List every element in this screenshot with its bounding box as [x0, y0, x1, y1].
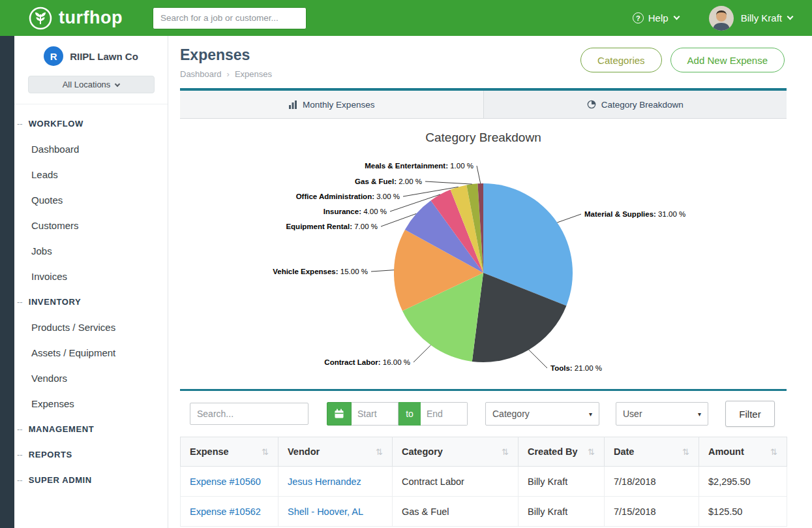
cell-vendor[interactable]: Shell - Hoover, AL: [278, 497, 393, 527]
pie-label-insurance: Insurance: 4.00 %: [323, 208, 387, 215]
date-end-input[interactable]: [421, 402, 468, 426]
location-label: All Locations: [63, 80, 111, 89]
table-row: Expense #10560Jesus HernandezContract La…: [181, 467, 787, 497]
pie-label-equipment-rental: Equipment Rental: 7.00 %: [286, 223, 378, 230]
sort-icon[interactable]: ⇅: [588, 447, 595, 457]
chevron-down-icon: ▾: [589, 411, 592, 418]
page-actions: CategoriesAdd New Expense: [572, 46, 785, 72]
breadcrumb-dashboard[interactable]: Dashboard: [180, 69, 222, 79]
pie-label-line: [414, 345, 431, 362]
brand-logo[interactable]: turfhop: [29, 7, 123, 30]
category-select[interactable]: Category ▾: [485, 402, 599, 426]
pie-label-material-supplies: Material & Supplies: 31.00 %: [584, 210, 685, 218]
category-select-value: Category: [492, 409, 530, 419]
calendar-icon: [333, 408, 345, 420]
date-range-group: to: [327, 402, 468, 426]
chart-tabs: Monthly ExpensesCategory Breakdown: [180, 88, 787, 119]
sidebar-section-management: --MANAGEMENT: [14, 416, 168, 442]
chevron-down-icon: [115, 81, 120, 86]
cell-expense[interactable]: Expense #10560: [181, 467, 278, 497]
user-select[interactable]: User ▾: [616, 402, 708, 426]
sidebar-item-customers[interactable]: Customers: [14, 213, 168, 238]
pie-label-line: [425, 181, 472, 184]
column-header-vendor[interactable]: Vendor⇅: [278, 437, 393, 467]
pie-label-line: [557, 214, 581, 223]
help-label: Help: [648, 12, 669, 23]
sidebar-item-dashboard[interactable]: Dashboard: [14, 136, 168, 162]
column-label: Amount: [708, 446, 744, 457]
sidebar-section-super-admin: --SUPER ADMIN: [14, 467, 168, 493]
chevron-down-icon: [787, 14, 794, 20]
date-start-input[interactable]: [352, 402, 398, 426]
sidebar-item-expenses[interactable]: Expenses: [14, 391, 168, 416]
pie-label-vehicle-expenses: Vehicle Expenses: 15.00 %: [273, 268, 368, 275]
sidebar-section-inventory: --INVENTORY: [14, 289, 168, 315]
sort-icon[interactable]: ⇅: [262, 447, 269, 457]
sidebar: R RIIPL Lawn Co All Locations --WORKFLOW…: [0, 36, 168, 528]
sidebar-section-reports: --REPORTS: [14, 442, 168, 467]
sidebar-item-products-services[interactable]: Products / Services: [14, 315, 168, 340]
pie-label-tools: Tools: 21.00 %: [550, 364, 602, 372]
tab-label: Monthly Expenses: [303, 100, 374, 110]
cell-category: Gas & Fuel: [393, 497, 519, 527]
turfhop-logo-icon: [29, 7, 52, 30]
cell-category: Contract Labor: [393, 467, 519, 497]
sidebar-rail: [0, 36, 14, 528]
pie-label-meals-entertainment: Meals & Entertainment: 1.00 %: [365, 162, 474, 170]
sidebar-section-label: WORKFLOW: [29, 119, 83, 129]
company-header: R RIIPL Lawn Co All Locations: [14, 36, 168, 104]
cell-vendor[interactable]: Jesus Hernandez: [278, 467, 393, 497]
cell-expense[interactable]: Expense #10562: [181, 497, 278, 527]
sidebar-section-label: REPORTS: [29, 450, 72, 459]
sidebar-item-leads[interactable]: Leads: [14, 162, 168, 187]
column-header-expense[interactable]: Expense⇅: [181, 437, 278, 467]
sort-icon[interactable]: ⇅: [682, 447, 689, 457]
column-label: Date: [614, 446, 634, 457]
column-header-amount[interactable]: Amount⇅: [699, 437, 787, 467]
pie-label-office-administration: Office Administration: 3.00 %: [296, 193, 400, 200]
chevron-down-icon: ▾: [698, 411, 701, 418]
categories-button[interactable]: Categories: [580, 48, 662, 72]
column-label: Expense: [190, 446, 229, 457]
column-header-category[interactable]: Category⇅: [393, 437, 519, 467]
sort-icon[interactable]: ⇅: [770, 447, 777, 457]
sort-icon[interactable]: ⇅: [376, 447, 383, 457]
breadcrumb: Dashboard›Expenses: [180, 69, 272, 79]
sidebar-item-quotes[interactable]: Quotes: [14, 187, 168, 213]
column-header-date[interactable]: Date⇅: [605, 437, 699, 467]
sidebar-section-label: SUPER ADMIN: [29, 475, 92, 485]
sidebar-nav: --WORKFLOWDashboardLeadsQuotesCustomersJ…: [14, 104, 168, 493]
pie-chart-icon: [587, 100, 596, 109]
sort-icon[interactable]: ⇅: [502, 447, 509, 457]
tab-monthly-expenses[interactable]: Monthly Expenses: [180, 91, 483, 118]
tab-label: Category Breakdown: [601, 100, 684, 110]
table-filter-bar: to Category ▾ User ▾ Filter: [180, 391, 787, 437]
column-label: Vendor: [288, 446, 320, 457]
location-selector[interactable]: All Locations: [28, 76, 155, 93]
sidebar-item-jobs[interactable]: Jobs: [14, 238, 168, 264]
help-menu[interactable]: ? Help: [633, 12, 679, 23]
filter-button[interactable]: Filter: [725, 401, 775, 427]
user-name: Billy Kraft: [741, 12, 782, 23]
cell-amount: $2,295.50: [699, 467, 787, 497]
top-header: turfhop ? Help Billy Kraft: [0, 0, 812, 36]
pie-label-line: [529, 350, 547, 368]
tree-dash-icon: --: [17, 424, 23, 434]
sidebar-item-assets-equipment[interactable]: Assets / Equipment: [14, 340, 168, 365]
cell-created_by: Billy Kraft: [519, 467, 605, 497]
cell-date: 7/15/2018: [605, 497, 699, 527]
calendar-button[interactable]: [327, 402, 352, 426]
table-search-input[interactable]: [190, 403, 308, 425]
pie-label-contract-labor: Contract Labor: 16.00 %: [324, 358, 410, 366]
sidebar-item-invoices[interactable]: Invoices: [14, 264, 168, 289]
tab-category-breakdown[interactable]: Category Breakdown: [483, 91, 787, 118]
pie-chart: Category Breakdown Material & Supplies: …: [180, 119, 787, 388]
breadcrumb-expenses: Expenses: [235, 69, 272, 79]
chevron-down-icon: [673, 14, 680, 20]
sidebar-item-vendors[interactable]: Vendors: [14, 365, 168, 391]
column-header-created-by[interactable]: Created By⇅: [519, 437, 605, 467]
pie-chart-svg: Material & Supplies: 31.00 %Tools: 21.00…: [180, 148, 787, 388]
add-new-expense-button[interactable]: Add New Expense: [670, 48, 785, 72]
global-search-input[interactable]: [153, 7, 307, 29]
user-menu[interactable]: Billy Kraft: [709, 6, 792, 31]
